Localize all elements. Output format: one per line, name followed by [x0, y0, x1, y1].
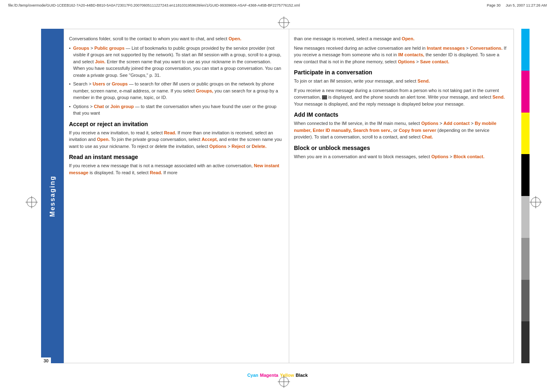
sidebar-label: Messaging: [49, 175, 56, 217]
add-im-heading: Add IM contacts: [294, 111, 509, 118]
add-contact-link: Add contact: [444, 121, 470, 126]
magenta-word: Magenta: [259, 373, 279, 378]
intro-paragraph: Conversations folder, scroll to the cont…: [69, 35, 284, 42]
cyan-word: Cyan: [246, 373, 259, 378]
gray4-strip: [521, 321, 530, 363]
participate-heading: Participate in a conversation: [294, 69, 509, 76]
black-strip: [521, 154, 530, 196]
groups-link: Groups: [73, 46, 89, 51]
bullet-options-chat: Options > Chat or Join group — to start …: [69, 103, 284, 117]
main-content-area: Messaging Conversations folder, scroll t…: [41, 29, 514, 363]
new-msg-paragraph: New messages received during an active c…: [294, 45, 509, 65]
participate-para2: If you receive a new message during a co…: [294, 87, 509, 108]
color-strips-container: [521, 29, 530, 363]
yellow-word: Yellow: [279, 373, 295, 378]
intro-open-link: Open.: [228, 36, 241, 41]
join-group-link: Join group: [111, 104, 134, 109]
send-link1: Send.: [417, 78, 430, 83]
delete-link: Delete.: [252, 144, 267, 149]
yellow-strip: [521, 113, 530, 154]
join-link: Join.: [95, 59, 106, 64]
cont-open-link: Open.: [402, 36, 415, 41]
gray2-strip: [521, 238, 530, 280]
block-heading: Block or unblock messages: [294, 145, 509, 151]
users-link: Users: [92, 81, 105, 86]
cont-paragraph: than one message is received, select a m…: [294, 35, 509, 42]
envelope-icon: ✉: [322, 95, 327, 99]
options-save-link: Options: [398, 59, 415, 64]
accept-link: Accept,: [202, 137, 218, 142]
page-number: 30: [41, 357, 51, 364]
bullet-groups-public: Groups > Public groups — List of bookmar…: [69, 45, 284, 79]
read-paragraph: If you receive a new message that is not…: [69, 162, 284, 176]
send-link2: Send.: [493, 95, 505, 99]
chat-link2: Chat.: [422, 134, 433, 139]
magenta-strip: [521, 71, 530, 113]
options-link2: Options: [421, 121, 438, 126]
instant-messages-link: Instant messages: [427, 46, 465, 51]
im-contacts-link: IM contacts,: [398, 52, 424, 57]
reject-link: Reject: [232, 144, 245, 149]
options-link: Options: [210, 144, 227, 149]
accept-paragraph: If you receive a new invitation, to read…: [69, 129, 284, 150]
open-link: Open.: [97, 137, 110, 142]
left-column: Conversations folder, scroll to the cont…: [64, 29, 289, 363]
gray3-strip: [521, 280, 530, 322]
accept-heading: Accept or reject an invitation: [69, 121, 284, 127]
bullet-search-users: Search > Users or Groups — to search for…: [69, 81, 284, 101]
content-columns: Conversations folder, scroll to the cont…: [64, 29, 514, 363]
cyan-strip: [521, 29, 530, 71]
add-im-paragraph: When connected to the IM service, in the…: [294, 120, 509, 141]
conversations-link: Conversations.: [470, 46, 502, 51]
bottom-color-bar: Cyan Magenta Yellow Black: [246, 373, 309, 378]
public-groups-link: Public groups: [94, 46, 124, 51]
block-contact-link: Block contact.: [454, 154, 484, 159]
copy-from-server-link: Copy from server: [399, 128, 436, 133]
black-word: Black: [295, 373, 309, 378]
filepath: file:/D:/temp/overmode/GUID-1CEEB162-7A2…: [8, 3, 300, 7]
intro-body: Conversations folder, scroll to the cont…: [69, 36, 228, 41]
gray1-strip: [521, 196, 530, 238]
read-heading: Read an instant message: [69, 154, 284, 160]
options-link3: Options: [431, 154, 449, 159]
groups-select-link: Groups,: [196, 88, 213, 93]
chat-link: Chat: [94, 104, 104, 109]
read-link: Read.: [164, 130, 176, 135]
block-paragraph: When you are in a conversation and want …: [294, 153, 509, 160]
right-column: than one message is received, select a m…: [289, 29, 514, 363]
groups-link2: Groups: [112, 81, 128, 86]
read-it-link: Read.: [150, 170, 162, 175]
top-bar: file:/D:/temp/overmode/GUID-1CEEB162-7A2…: [8, 3, 547, 7]
messaging-sidebar: Messaging: [41, 29, 64, 363]
participate-para1: To join or start an IM session, write yo…: [294, 78, 509, 85]
save-contact-link: Save contact.: [420, 59, 449, 64]
page-date-info: Page 30 Jun 5, 2007 11:27:26 AM: [487, 3, 547, 7]
